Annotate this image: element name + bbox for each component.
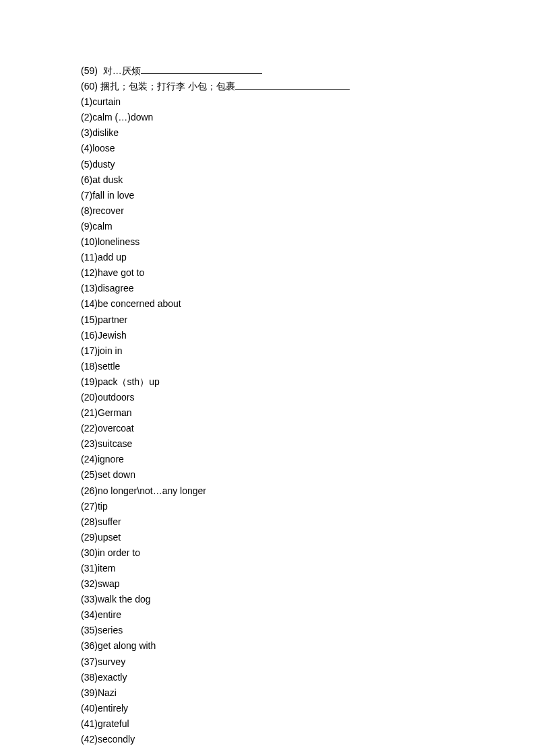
item-number: (28): [81, 516, 98, 527]
item-number: (38): [81, 672, 98, 683]
item-text: series: [98, 625, 123, 635]
answer-item: (19)pack（sth）up: [81, 374, 535, 390]
answer-item: (13)disagree: [81, 281, 535, 296]
item-number: (13): [81, 283, 98, 294]
blank-underline: [235, 79, 350, 90]
item-text: join in: [98, 345, 123, 356]
item-text: 对…厌烦: [103, 65, 141, 76]
answer-item: (10)loneliness: [81, 234, 535, 250]
item-number: (60): [81, 81, 98, 92]
answer-item: (15)partner: [81, 312, 535, 328]
item-number: (8): [81, 205, 92, 216]
answer-item: (8)recover: [81, 203, 535, 219]
item-text: loneliness: [98, 236, 139, 247]
answer-item: (35)series: [81, 623, 535, 638]
item-text: Jewish: [98, 330, 127, 341]
answer-item: (1)curtain: [81, 94, 535, 110]
answer-item: (5)dusty: [81, 157, 535, 172]
item-text: survey: [98, 656, 125, 667]
item-text: pack（sth）up: [98, 376, 160, 387]
item-number: (22): [81, 423, 98, 434]
item-number: (1): [81, 96, 92, 107]
item-text: item: [98, 563, 115, 574]
item-number: (4): [81, 143, 92, 153]
answer-item: (18)settle: [81, 359, 535, 374]
item-number: (20): [81, 392, 98, 403]
answer-item: (24)ignore: [81, 452, 535, 467]
item-text: secondly: [98, 734, 135, 745]
answer-item: (37)survey: [81, 654, 535, 670]
item-number: (41): [81, 718, 98, 729]
item-number: (18): [81, 361, 98, 372]
answer-item: (27)tip: [81, 499, 535, 514]
item-text: loose: [92, 143, 115, 153]
item-text: German: [98, 407, 132, 418]
item-number: (33): [81, 594, 98, 605]
answer-item: (21)German: [81, 405, 535, 421]
answer-item: (29)upset: [81, 530, 535, 545]
answer-item: (17)join in: [81, 343, 535, 359]
item-text: dislike: [92, 127, 119, 138]
answer-item: (14)be concerned about: [81, 296, 535, 312]
answer-item: (38)exactly: [81, 670, 535, 685]
answer-item: (6)at dusk: [81, 172, 535, 188]
item-text: calm (…)down: [92, 112, 153, 123]
item-text: ignore: [98, 454, 124, 465]
answer-item: (25)set down: [81, 467, 535, 483]
item-number: (17): [81, 345, 98, 356]
item-text: in order to: [98, 547, 140, 558]
item-number: (36): [81, 640, 98, 651]
item-text: curtain: [92, 96, 121, 107]
answer-item: (39)Nazi: [81, 685, 535, 701]
item-text: entirely: [98, 703, 128, 714]
item-number: (35): [81, 625, 98, 635]
answer-item: (2)calm (…)down: [81, 110, 535, 125]
item-number: (23): [81, 438, 98, 449]
item-number: (30): [81, 547, 98, 558]
item-number: (37): [81, 656, 98, 667]
answer-item: (20)outdoors: [81, 390, 535, 405]
answer-item: (33)walk the dog: [81, 592, 535, 607]
item-number: (42): [81, 734, 98, 745]
item-text: add up: [98, 252, 127, 263]
item-text: 捆扎；包装；打行李 小包；包裹: [100, 81, 235, 92]
answer-item: (11)add up: [81, 250, 535, 265]
item-number: (39): [81, 687, 98, 698]
item-number: (26): [81, 485, 98, 496]
answer-item: (16)Jewish: [81, 328, 535, 343]
answer-item: (34)entire: [81, 607, 535, 623]
item-number: (7): [81, 190, 92, 201]
answer-item: (12)have got to: [81, 265, 535, 281]
item-text: walk the dog: [98, 594, 151, 605]
item-text: dusty: [92, 159, 115, 170]
item-number: (29): [81, 532, 98, 543]
item-number: (59): [81, 65, 98, 76]
item-text: settle: [98, 361, 120, 372]
item-text: no longer\not…any longer: [98, 485, 206, 496]
answer-item: (42)secondly: [81, 732, 535, 747]
document-body: (59) 对…厌烦(60) 捆扎；包装；打行李 小包；包裹(1)curtain(…: [81, 63, 535, 747]
answer-item: (36)get along with: [81, 638, 535, 654]
item-number: (10): [81, 236, 98, 247]
answer-item: (9)calm: [81, 219, 535, 234]
item-number: (15): [81, 314, 98, 325]
item-text: at dusk: [92, 174, 123, 185]
item-number: (14): [81, 298, 98, 309]
item-number: (32): [81, 578, 98, 589]
item-text: fall in love: [92, 190, 134, 201]
item-number: (34): [81, 609, 98, 620]
item-text: get along with: [98, 640, 156, 651]
item-number: (19): [81, 376, 98, 387]
answer-item: (31)item: [81, 561, 535, 576]
item-number: (16): [81, 330, 98, 341]
item-number: (9): [81, 221, 92, 232]
blank-underline: [141, 64, 262, 74]
item-text: exactly: [98, 672, 127, 683]
item-text: recover: [92, 205, 124, 216]
item-text: outdoors: [98, 392, 134, 403]
item-text: disagree: [98, 283, 134, 294]
item-number: (21): [81, 407, 98, 418]
item-text: upset: [98, 532, 121, 543]
item-number: (40): [81, 703, 98, 714]
answer-item: (40)entirely: [81, 701, 535, 716]
